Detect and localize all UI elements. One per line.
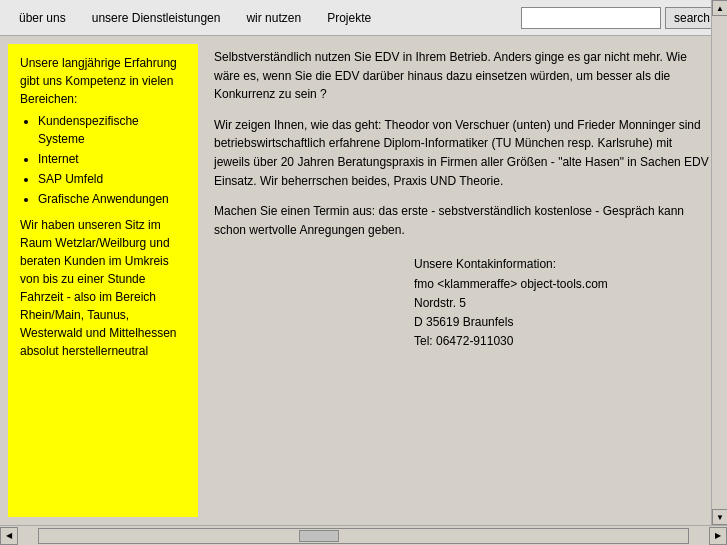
bottom-bar: ◀ ▶ <box>0 525 727 545</box>
left-list: Kundenspezifische Systeme Internet SAP U… <box>38 112 186 208</box>
right-para-2: Wir zeigen Ihnen, wie das geht: Theodor … <box>214 116 711 190</box>
nav-projekte[interactable]: Projekte <box>316 4 382 32</box>
nav-dienstleistungen[interactable]: unsere Dienstleistungen <box>81 4 232 32</box>
list-item: Internet <box>38 150 186 168</box>
right-scrollbar: ▲ ▼ <box>711 0 727 525</box>
scroll-down-arrow[interactable]: ▼ <box>712 509 727 525</box>
contact-address1: Nordstr. 5 <box>414 294 711 313</box>
horizontal-scrollbar[interactable] <box>38 528 689 544</box>
right-panel: Selbstverständlich nutzen Sie EDV in Ihr… <box>206 44 719 517</box>
list-item: Grafische Anwendungen <box>38 190 186 208</box>
main-content: Unsere langjährige Erfahrung gibt uns Ko… <box>0 36 727 525</box>
scroll-track <box>712 16 727 509</box>
search-input[interactable] <box>521 7 661 29</box>
contact-label: Unsere Kontakinformation: <box>414 255 711 274</box>
nav-wir-nutzen[interactable]: wir nutzen <box>235 4 312 32</box>
scroll-thumb <box>299 530 339 542</box>
list-item: SAP Umfeld <box>38 170 186 188</box>
nav-bar: über uns unsere Dienstleistungen wir nut… <box>0 0 727 36</box>
left-intro: Unsere langjährige Erfahrung gibt uns Ko… <box>20 54 186 108</box>
contact-tel: Tel: 06472-911030 <box>414 332 711 351</box>
contact-email: fmo <klammeraffe> object-tools.com <box>414 275 711 294</box>
scroll-left-arrow[interactable]: ◀ <box>0 527 18 545</box>
list-item: Kundenspezifische Systeme <box>38 112 186 148</box>
right-para-1: Selbstverständlich nutzen Sie EDV in Ihr… <box>214 48 711 104</box>
nav-uber-uns[interactable]: über uns <box>8 4 77 32</box>
left-body: Wir haben unseren Sitz im Raum Wetzlar/W… <box>20 216 186 360</box>
scroll-right-arrow[interactable]: ▶ <box>709 527 727 545</box>
contact-info: Unsere Kontakinformation: fmo <klammeraf… <box>214 255 711 351</box>
left-panel: Unsere langjährige Erfahrung gibt uns Ko… <box>8 44 198 517</box>
right-para-3: Machen Sie einen Termin aus: das erste -… <box>214 202 711 239</box>
scroll-up-arrow[interactable]: ▲ <box>712 0 727 16</box>
contact-address2: D 35619 Braunfels <box>414 313 711 332</box>
